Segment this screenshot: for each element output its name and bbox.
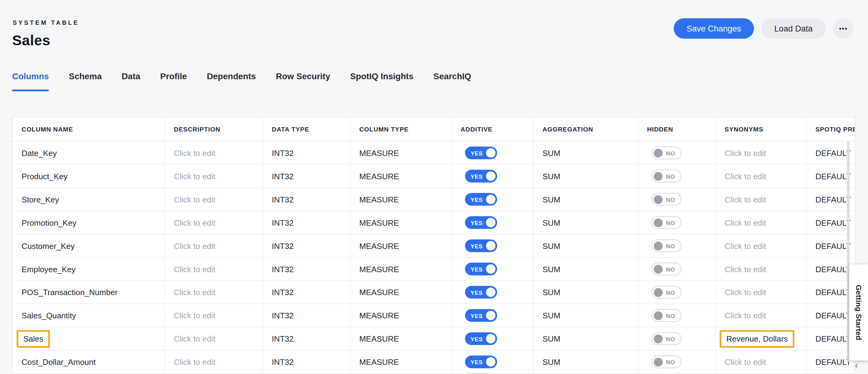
hidden-toggle[interactable]: NO xyxy=(652,286,681,299)
additive-toggle[interactable]: YES xyxy=(465,239,497,252)
aggregation-value[interactable]: SUM xyxy=(542,334,560,343)
save-changes-button[interactable]: Save Changes xyxy=(674,19,754,39)
column-type-value[interactable]: MEASURE xyxy=(359,172,399,180)
hidden-toggle[interactable]: NO xyxy=(652,309,681,322)
additive-toggle[interactable]: YES xyxy=(465,286,497,299)
hidden-toggle[interactable]: NO xyxy=(652,146,681,159)
additive-toggle[interactable]: YES xyxy=(465,170,497,182)
column-type-value[interactable]: MEASURE xyxy=(359,148,399,157)
aggregation-value[interactable]: SUM xyxy=(542,195,560,204)
aggregation-value[interactable]: SUM xyxy=(542,288,560,297)
column-type-value[interactable]: MEASURE xyxy=(359,265,399,273)
spotiq-preference-value[interactable]: DEFAULT xyxy=(815,172,851,180)
hidden-toggle[interactable]: NO xyxy=(652,239,681,252)
column-header-additive: ADDITIVE xyxy=(452,117,534,142)
column-type-value[interactable]: MEASURE xyxy=(359,218,399,227)
aggregation-value[interactable]: SUM xyxy=(542,358,560,366)
getting-started-tab[interactable]: Getting Started xyxy=(849,264,868,361)
data-type-value[interactable]: INT32 xyxy=(272,195,293,204)
spotiq-preference-value[interactable]: DEFAULT xyxy=(815,311,851,320)
additive-toggle[interactable]: YES xyxy=(465,332,497,345)
tab-dependents[interactable]: Dependents xyxy=(207,71,256,91)
tab-row-security[interactable]: Row Security xyxy=(276,71,330,91)
hidden-toggle-label: NO xyxy=(666,266,675,272)
column-type-value[interactable]: MEASURE xyxy=(359,358,399,366)
column-name-text: Employee_Key xyxy=(22,265,75,273)
column-type-value[interactable]: MEASURE xyxy=(359,311,399,320)
aggregation-value[interactable]: SUM xyxy=(542,148,560,157)
aggregation-value[interactable]: SUM xyxy=(542,311,560,320)
data-type-value[interactable]: INT32 xyxy=(272,288,293,297)
synonyms-editable[interactable]: Click to edit xyxy=(725,148,766,157)
hidden-toggle[interactable]: NO xyxy=(652,193,681,206)
aggregation-value[interactable]: SUM xyxy=(542,241,560,250)
spotiq-preference-value[interactable]: DEFAULT xyxy=(815,218,851,227)
synonyms-editable[interactable]: Click to edit xyxy=(725,172,766,180)
description-editable[interactable]: Click to edit xyxy=(174,334,216,343)
synonyms-editable[interactable]: Click to edit xyxy=(725,358,766,366)
aggregation-value[interactable]: SUM xyxy=(542,172,560,180)
column-type-value[interactable]: MEASURE xyxy=(359,195,399,204)
spotiq-preference-value[interactable]: DEFAULT xyxy=(815,288,851,297)
description-editable[interactable]: Click to edit xyxy=(174,288,216,297)
synonyms-editable[interactable]: Click to edit xyxy=(725,195,766,204)
tab-columns[interactable]: Columns xyxy=(12,71,49,91)
tab-profile[interactable]: Profile xyxy=(160,71,187,91)
data-type-value[interactable]: INT32 xyxy=(272,148,293,157)
data-type-value[interactable]: INT32 xyxy=(272,358,293,366)
additive-toggle[interactable]: YES xyxy=(465,309,497,322)
spotiq-preference-value[interactable]: DEFAULT xyxy=(815,334,851,343)
additive-toggle[interactable]: YES xyxy=(465,216,497,229)
additive-toggle-label: YES xyxy=(471,219,483,226)
hidden-toggle[interactable]: NO xyxy=(652,216,681,229)
column-type-value[interactable]: MEASURE xyxy=(359,334,399,343)
description-editable[interactable]: Click to edit xyxy=(174,358,216,366)
description-editable[interactable]: Click to edit xyxy=(174,265,216,273)
tab-data[interactable]: Data xyxy=(122,71,140,91)
column-header-synonyms: SYNONYMS xyxy=(716,117,807,142)
data-type-value[interactable]: INT32 xyxy=(272,311,293,320)
hidden-toggle[interactable]: NO xyxy=(652,170,681,182)
description-editable[interactable]: Click to edit xyxy=(174,218,216,227)
tab-searchiq[interactable]: SearchIQ xyxy=(434,71,471,91)
tab-schema[interactable]: Schema xyxy=(69,71,102,91)
hidden-toggle[interactable]: NO xyxy=(652,263,681,275)
spotiq-preference-value[interactable]: DEFAULT xyxy=(815,148,851,157)
synonyms-editable[interactable]: Click to edit xyxy=(725,311,766,320)
data-type-value[interactable]: INT32 xyxy=(272,218,293,227)
aggregation-value[interactable]: SUM xyxy=(542,265,560,273)
description-editable[interactable]: Click to edit xyxy=(174,148,216,157)
hidden-toggle[interactable]: NO xyxy=(652,355,681,369)
column-type-value[interactable]: MEASURE xyxy=(359,288,399,297)
chevron-left-icon[interactable]: ‹ xyxy=(855,361,858,370)
data-type-value[interactable]: INT32 xyxy=(272,172,293,180)
spotiq-preference-value[interactable]: DEFAULT xyxy=(815,195,851,204)
additive-toggle[interactable]: YES xyxy=(465,146,497,159)
data-type-value[interactable]: INT32 xyxy=(272,241,293,250)
description-editable[interactable]: Click to edit xyxy=(174,195,216,204)
additive-toggle[interactable]: YES xyxy=(465,355,497,369)
more-options-button[interactable]: ••• xyxy=(833,19,854,39)
spotiq-preference-value[interactable]: DEFAULT xyxy=(815,241,851,250)
additive-toggle[interactable]: YES xyxy=(465,263,497,275)
aggregation-value[interactable]: SUM xyxy=(542,218,560,227)
description-editable[interactable]: Click to edit xyxy=(174,172,216,180)
synonyms-editable[interactable]: Click to edit xyxy=(725,265,766,273)
hidden-toggle[interactable]: NO xyxy=(652,332,681,345)
table-row: Product_Key Click to edit INT32 MEASURE … xyxy=(13,165,856,188)
description-editable[interactable]: Click to edit xyxy=(174,311,216,320)
description-editable[interactable]: Click to edit xyxy=(174,241,216,250)
tab-spotiq-insights[interactable]: SpotIQ Insights xyxy=(350,71,414,91)
column-type-value[interactable]: MEASURE xyxy=(359,241,399,250)
spotiq-preference-value[interactable]: DEFAULT xyxy=(815,358,851,366)
data-type-value[interactable]: INT32 xyxy=(272,265,293,273)
spotiq-preference-value[interactable]: DEFAULT xyxy=(815,265,851,273)
synonyms-editable[interactable]: Click to edit xyxy=(725,288,766,297)
data-type-value[interactable]: INT32 xyxy=(272,334,293,343)
load-data-button[interactable]: Load Data xyxy=(761,19,826,39)
additive-toggle-label: YES xyxy=(471,336,483,342)
additive-toggle[interactable]: YES xyxy=(465,193,497,206)
synonyms-editable[interactable]: Click to edit xyxy=(725,241,766,250)
synonyms-editable[interactable]: Click to edit xyxy=(725,218,766,227)
synonyms-editable[interactable]: Revenue, Dollars xyxy=(719,330,795,347)
